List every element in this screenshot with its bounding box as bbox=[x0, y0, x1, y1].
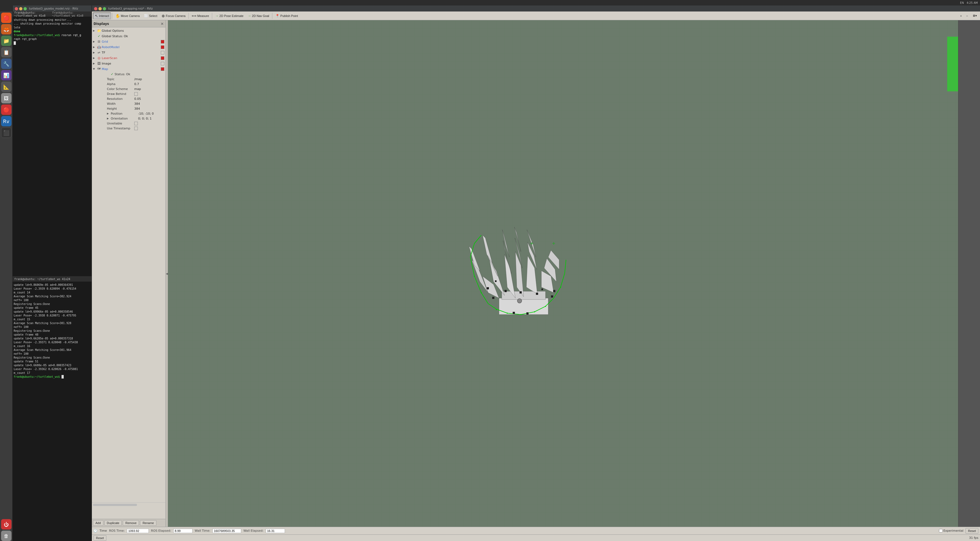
image-checkbox[interactable] bbox=[161, 62, 164, 65]
unreliable-checkbox[interactable] bbox=[134, 122, 138, 125]
sidebar-icon-files[interactable]: 📁 bbox=[1, 35, 11, 46]
folder-icon: 📁 bbox=[97, 29, 101, 33]
tf-checkbox[interactable] bbox=[161, 51, 164, 54]
prop-height[interactable]: Height 384 bbox=[92, 106, 165, 111]
sidebar-icon-app5[interactable]: 🖼 bbox=[1, 93, 11, 103]
grid-checkbox[interactable] bbox=[161, 40, 164, 43]
tree-item-global-status[interactable]: ✓ Global Status: Ok bbox=[92, 33, 165, 39]
sidebar-icon-trash[interactable]: 🗑 bbox=[1, 531, 11, 541]
rename-button[interactable]: Rename bbox=[140, 520, 156, 526]
prop-color-scheme[interactable]: Color Scheme map bbox=[92, 86, 165, 91]
tf-arrow: ▶ bbox=[93, 51, 97, 54]
add-button[interactable]: Add bbox=[93, 520, 103, 526]
remove-button[interactable]: Remove bbox=[123, 520, 139, 526]
interact-button[interactable]: ↖ Interact bbox=[93, 13, 111, 19]
robotmodel-checkbox[interactable] bbox=[161, 45, 164, 49]
sidebar-icon-app2[interactable]: 🔧 bbox=[1, 59, 11, 69]
rviz-close-btn[interactable] bbox=[94, 7, 97, 10]
publish-point-button[interactable]: 📍 Publish Point bbox=[274, 13, 300, 19]
map-checkbox[interactable] bbox=[161, 67, 164, 71]
prop-width[interactable]: Width 384 bbox=[92, 101, 165, 106]
prop-unreliable[interactable]: Unreliable bbox=[92, 121, 165, 126]
laserscan-checkbox[interactable] bbox=[161, 56, 164, 60]
prop-orientation[interactable]: ▶ Orientation 0; 0; 0; 1 bbox=[92, 116, 165, 121]
use-timestamp-checkbox[interactable] bbox=[134, 127, 138, 130]
svg-rect-35 bbox=[513, 312, 515, 314]
map-subprops: ✓ Status: Ok Topic /map Alpha bbox=[92, 72, 165, 131]
rviz-winbuttons[interactable] bbox=[94, 7, 106, 10]
toolbar-sep4 bbox=[272, 13, 272, 19]
toolbar-plus-button[interactable]: + bbox=[958, 13, 964, 19]
tree-item-tf[interactable]: ▶ ⇌ TF bbox=[92, 50, 165, 55]
move-camera-button[interactable]: ✋ Move Camera bbox=[113, 13, 142, 19]
3d-viewport[interactable] bbox=[168, 20, 958, 527]
rviz-min-btn[interactable] bbox=[99, 7, 102, 10]
system-keyboard: EN bbox=[960, 2, 964, 5]
resolution-value: 0.05 bbox=[134, 97, 164, 101]
tree-item-global-options[interactable]: ▶ 📁 Global Options bbox=[92, 28, 165, 33]
t2-line23: Laser Pose= -2.39362 0.620026 -0.475081 bbox=[14, 367, 91, 371]
color-scheme-value: map bbox=[134, 87, 164, 91]
green-obstacle bbox=[947, 37, 958, 91]
wall-elapsed-input[interactable] bbox=[266, 529, 285, 533]
rviz-max-btn[interactable] bbox=[103, 7, 106, 10]
right-panel-control1[interactable] bbox=[965, 22, 974, 31]
prop-position[interactable]: ▶ Position -10; -10; 0 bbox=[92, 111, 165, 116]
tree-item-map[interactable]: ▼ 🗺 Map bbox=[92, 66, 165, 72]
pose-icon: → bbox=[215, 14, 218, 18]
ros-time-input[interactable] bbox=[127, 529, 149, 533]
sidebar-icon-terminal[interactable]: ⬛ bbox=[1, 127, 11, 138]
nav-goal-button[interactable]: → 2D Nav Goal bbox=[246, 13, 271, 19]
orientation-expand-arrow: ▶ bbox=[107, 117, 111, 120]
prop-topic[interactable]: Topic /map bbox=[92, 76, 165, 81]
sidebar-icon-app4[interactable]: 📐 bbox=[1, 81, 11, 92]
prop-use-timestamp[interactable]: Use Timestamp bbox=[92, 126, 165, 131]
sidebar-icon-power[interactable]: ⏻ bbox=[1, 519, 11, 530]
toolbar-view-button[interactable]: 🖥▾ bbox=[970, 13, 979, 19]
sidebar-icon-rviz[interactable]: Rv bbox=[1, 116, 11, 126]
max-btn[interactable] bbox=[24, 7, 27, 10]
tree-item-image[interactable]: ▶ 🖼 Image bbox=[92, 61, 165, 66]
reset-time-button[interactable]: Reset bbox=[966, 528, 978, 534]
displays-close-button[interactable]: ✕ bbox=[161, 22, 164, 26]
sidebar-icon-app1[interactable]: 📋 bbox=[1, 47, 11, 57]
sidebar-icon-ubuntu[interactable]: 🔴 bbox=[1, 13, 11, 23]
experimental-checkbox[interactable] bbox=[939, 529, 943, 533]
t1-line1: shutting down processing monitor... bbox=[14, 18, 91, 22]
displays-scrollbar[interactable] bbox=[93, 504, 137, 506]
reset-button[interactable]: Reset bbox=[94, 535, 107, 541]
terminal1-tab-title2: frank@ubuntu: ~/turtlebot_ws 41x8 bbox=[52, 11, 90, 17]
position-expand-arrow: ▶ bbox=[107, 112, 111, 115]
select-button[interactable]: ⬜ Select bbox=[142, 13, 159, 19]
t2-prompt: frank@ubuntu:~/turtlebot_ws$ bbox=[14, 375, 91, 379]
focus-camera-button[interactable]: ⊕ Focus Camera bbox=[160, 13, 187, 19]
t2-line8: update ld=9.69966e-05 ad=0.000358546 bbox=[14, 310, 91, 314]
sidebar-icon-firefox[interactable]: 🦊 bbox=[1, 24, 11, 35]
system-bar: EN 4:25 AM bbox=[0, 0, 980, 5]
resolution-label: Resolution bbox=[107, 97, 134, 101]
map-icon: 🗺 bbox=[97, 67, 101, 71]
toolbar-minus-button[interactable]: − bbox=[964, 13, 970, 19]
measure-button[interactable]: ⟺ Measure bbox=[190, 13, 211, 19]
laserscan-label: LaserScan bbox=[102, 56, 161, 60]
min-btn[interactable] bbox=[19, 7, 22, 10]
tree-item-laserscan[interactable]: ▶ ◎ LaserScan bbox=[92, 55, 165, 61]
sidebar-icon-app6[interactable]: 🔴 bbox=[1, 105, 11, 115]
tree-item-grid[interactable]: ▶ ⊞ Grid bbox=[92, 39, 165, 44]
prop-resolution[interactable]: Resolution 0.05 bbox=[92, 96, 165, 101]
duplicate-button[interactable]: Duplicate bbox=[105, 520, 122, 526]
ubuntu-sidebar: 🔴 🦊 📁 📋 🔧 📊 📐 🖼 🔴 Rv ⬛ ⏻ 🗑 bbox=[0, 11, 13, 541]
sidebar-icon-app3[interactable]: 📊 bbox=[1, 70, 11, 80]
t2-line1: update ld=9.86069e-05 ad=0.000364391 bbox=[14, 283, 91, 287]
close-btn[interactable] bbox=[15, 7, 18, 10]
wall-time-input[interactable] bbox=[212, 529, 241, 533]
rviz-title: turtlebot3_gmapping.rviz* - RViz bbox=[108, 7, 153, 10]
draw-behind-checkbox[interactable] bbox=[134, 92, 138, 96]
prop-alpha[interactable]: Alpha 0.7 bbox=[92, 81, 165, 86]
terminal1-winbuttons[interactable] bbox=[15, 7, 27, 10]
pose-estimate-button[interactable]: → 2D Pose Estimate bbox=[213, 13, 245, 19]
toggle-panel-button[interactable]: ◀ bbox=[166, 20, 168, 527]
prop-draw-behind[interactable]: Draw Behind bbox=[92, 91, 165, 96]
tree-item-robotmodel[interactable]: ▶ 🤖 RobotModel bbox=[92, 44, 165, 50]
ros-elapsed-input[interactable] bbox=[173, 529, 192, 533]
